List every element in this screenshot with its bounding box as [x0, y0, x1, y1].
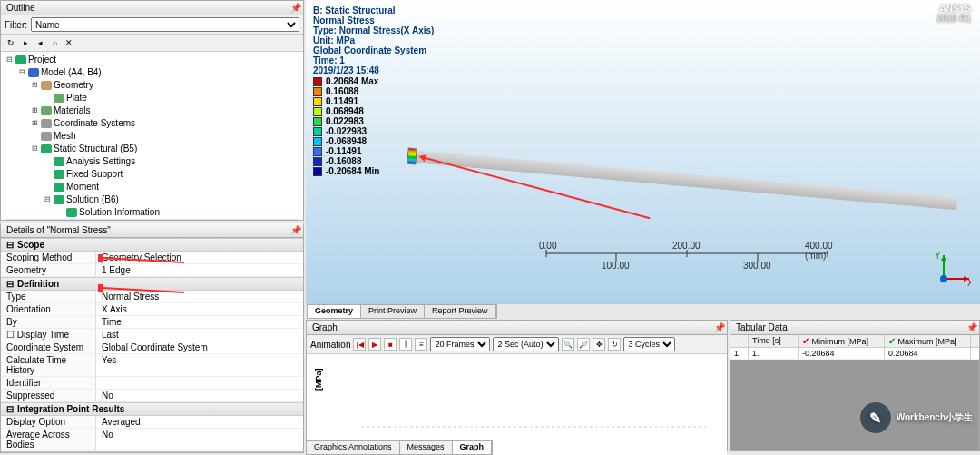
- details-row[interactable]: Geometry1 Edge: [1, 264, 303, 277]
- viewport-3d[interactable]: B: Static StructuralNormal StressType: N…: [306, 0, 980, 304]
- property-value[interactable]: Last: [96, 329, 303, 341]
- tree-item[interactable]: ⊞Materials: [5, 104, 299, 117]
- property-value[interactable]: [96, 377, 303, 389]
- tree-item[interactable]: Mesh: [5, 130, 299, 143]
- outline-tree[interactable]: ⊟Project⊟Model (A4, B4)⊟GeometryPlate⊞Ma…: [1, 52, 303, 220]
- bottom-tab[interactable]: Graph: [453, 441, 493, 454]
- pan-icon[interactable]: ✥: [593, 338, 605, 351]
- tree-item[interactable]: ⊟Project: [5, 54, 299, 66]
- property-value[interactable]: 1 Edge: [96, 264, 303, 276]
- tree-expander-icon[interactable]: ⊞: [30, 104, 39, 117]
- col-header[interactable]: [730, 335, 749, 347]
- view-tab[interactable]: Geometry: [308, 305, 361, 318]
- property-value[interactable]: No: [96, 429, 303, 450]
- details-group[interactable]: ⊟Results: [1, 451, 303, 452]
- prev-icon[interactable]: |◀: [353, 338, 366, 351]
- legend-swatch: [313, 137, 322, 146]
- outline-panel: Outline 📌 Filter: Name ↻ ▸ ◂ ⌕ ✕ ⊟Projec…: [0, 0, 304, 221]
- icon-refresh[interactable]: ↻: [5, 36, 17, 49]
- property-value[interactable]: Normal Stress: [96, 291, 303, 302]
- tree-expander-icon[interactable]: ⊟: [5, 54, 14, 66]
- details-row[interactable]: Scoping MethodGeometry Selection: [1, 252, 303, 264]
- tree-item[interactable]: ⊟Static Structural (B5): [5, 143, 299, 155]
- details-title: Details of "Normal Stress": [6, 225, 111, 235]
- tree-item[interactable]: ⊟Model (A4, B4): [5, 66, 299, 79]
- pin-icon[interactable]: 📌: [290, 3, 301, 13]
- tree-expander-icon[interactable]: ⊟: [30, 143, 39, 155]
- property-value[interactable]: Averaged: [96, 416, 303, 428]
- property-value[interactable]: Global Coordinate System: [96, 341, 303, 353]
- details-row[interactable]: Identifier: [1, 377, 303, 390]
- tree-item[interactable]: Analysis Settings: [5, 155, 299, 168]
- tree-node-icon: [41, 81, 52, 90]
- details-row[interactable]: OrientationX Axis: [1, 303, 303, 316]
- tree-expander-icon[interactable]: ⊟: [43, 193, 52, 206]
- details-body[interactable]: ⊟ScopeScoping MethodGeometry SelectionGe…: [1, 238, 303, 452]
- collapse-icon[interactable]: ⊟: [6, 404, 14, 414]
- loop-icon[interactable]: ↻: [608, 338, 621, 351]
- tree-item[interactable]: Solution Information: [5, 206, 299, 219]
- tree-node-icon: [41, 106, 52, 115]
- legend-item: -0.068948: [313, 136, 379, 146]
- details-group[interactable]: ⊟Scope: [1, 238, 303, 252]
- zoom-icon[interactable]: 🔍: [562, 338, 574, 351]
- tree-expander-icon[interactable]: ⊞: [30, 117, 39, 130]
- tree-item[interactable]: ⊟Solution (B6): [5, 193, 299, 206]
- property-value[interactable]: No: [96, 390, 303, 401]
- details-row[interactable]: TypeNormal Stress: [1, 291, 303, 303]
- details-row[interactable]: SuppressedNo: [1, 390, 303, 402]
- stop-icon[interactable]: ■: [384, 338, 397, 351]
- view-tab[interactable]: Report Preview: [425, 305, 496, 318]
- speed-select[interactable]: 2 Sec (Auto): [493, 337, 559, 351]
- icon-search[interactable]: ⌕: [48, 36, 61, 49]
- property-value[interactable]: X Axis: [96, 303, 303, 315]
- zoom-icon-2[interactable]: 🔎: [577, 338, 590, 351]
- tree-label: Coordinate Systems: [54, 117, 135, 130]
- icon-x[interactable]: ✕: [63, 36, 75, 49]
- details-group[interactable]: ⊟Definition: [1, 277, 303, 291]
- details-row[interactable]: Calculate Time HistoryYes: [1, 354, 303, 377]
- property-value[interactable]: Yes: [96, 354, 303, 376]
- pin-icon[interactable]: 📌: [290, 225, 301, 235]
- legend-value: 0.022983: [326, 116, 364, 126]
- graph-opt2[interactable]: ≡: [415, 338, 427, 351]
- tree-expander-icon[interactable]: ⊟: [30, 79, 39, 92]
- details-group[interactable]: ⊟Integration Point Results: [1, 402, 303, 416]
- collapse-icon[interactable]: ⊟: [6, 279, 14, 289]
- table-row[interactable]: 11.-0.206840.20684: [730, 348, 979, 360]
- tree-item[interactable]: Normal Stress: [5, 219, 299, 220]
- play-icon[interactable]: ▶: [368, 338, 381, 351]
- tree-item[interactable]: Moment: [5, 181, 299, 193]
- collapse-icon[interactable]: ⊟: [6, 240, 14, 250]
- view-tab[interactable]: Print Preview: [361, 305, 425, 318]
- tree-expander-icon[interactable]: ⊟: [17, 66, 26, 79]
- pin-icon[interactable]: 📌: [966, 322, 977, 332]
- cycles-select[interactable]: 3 Cycles: [623, 337, 675, 351]
- details-row[interactable]: Coordinate SystemGlobal Coordinate Syste…: [1, 341, 303, 354]
- axis-triad[interactable]: X Y: [933, 252, 971, 290]
- details-row[interactable]: ByTime: [1, 316, 303, 329]
- frames-select[interactable]: 20 Frames: [430, 337, 490, 351]
- details-row[interactable]: Display OptionAveraged: [1, 416, 303, 429]
- filter-select[interactable]: Name: [31, 17, 299, 32]
- details-row[interactable]: ☐ Display TimeLast: [1, 329, 303, 341]
- col-header[interactable]: ✔ Maximum [MPa]: [885, 335, 971, 347]
- details-row[interactable]: Average Across BodiesNo: [1, 429, 303, 451]
- tabular-title-bar: Tabular Data 📌: [730, 321, 979, 335]
- pin-icon[interactable]: 📌: [714, 322, 725, 332]
- col-header[interactable]: ✔ Minimum [MPa]: [799, 335, 885, 347]
- icon-collapse[interactable]: ◂: [34, 36, 46, 49]
- property-value[interactable]: Time: [96, 316, 303, 328]
- bottom-tab[interactable]: Graphics Annotations: [307, 441, 400, 454]
- group-title: Integration Point Results: [17, 404, 124, 414]
- tree-item[interactable]: Plate: [5, 92, 299, 104]
- icon-expand[interactable]: ▸: [19, 36, 32, 49]
- col-header[interactable]: Time [s]: [749, 335, 799, 347]
- property-value[interactable]: Geometry Selection: [96, 252, 303, 263]
- tree-item[interactable]: ⊟Geometry: [5, 79, 299, 92]
- bottom-tab[interactable]: Messages: [400, 441, 453, 454]
- tree-item[interactable]: ⊞Coordinate Systems: [5, 117, 299, 130]
- color-legend: 0.20684 Max0.160880.114910.0689480.02298…: [313, 76, 379, 176]
- tree-item[interactable]: Fixed Support: [5, 168, 299, 181]
- graph-opt1[interactable]: ⎹⎸: [399, 338, 412, 351]
